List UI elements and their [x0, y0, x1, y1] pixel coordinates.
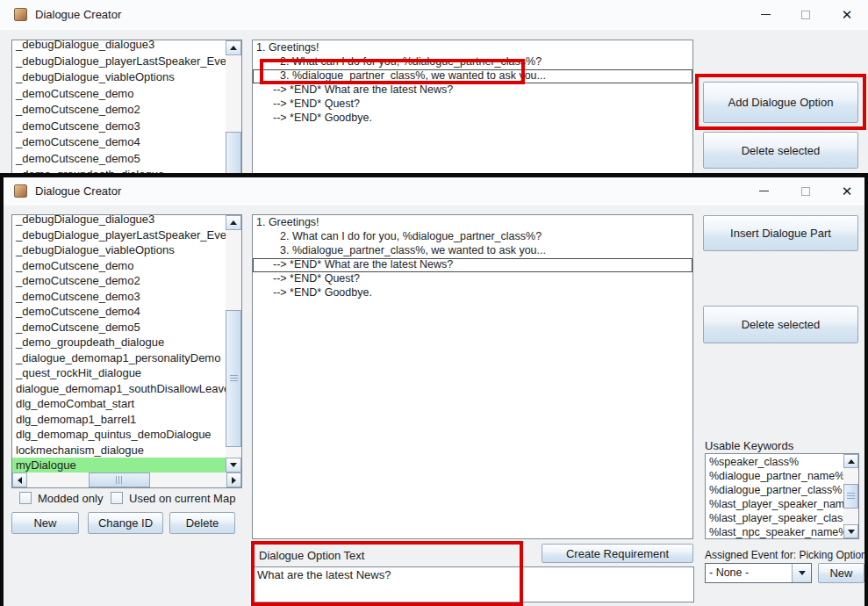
delete-selected-button[interactable]: Delete selected: [703, 132, 858, 169]
dialogue-tree-item[interactable]: 3. %dialogue_partner_class%, we wanted t…: [253, 244, 692, 258]
scrollbar-thumb[interactable]: [226, 310, 241, 447]
scroll-down-button[interactable]: [226, 458, 241, 473]
arrow-up-icon: [230, 46, 237, 50]
dialogue-id-item[interactable]: _dialogue_demomap1_personalityDemo: [12, 350, 226, 366]
vertical-scrollbar[interactable]: [226, 40, 241, 173]
close-icon: ✕: [842, 8, 853, 21]
window-title: Dialogue Creator: [35, 0, 121, 29]
dialogue-id-item[interactable]: _demoCutscene_demo5: [12, 320, 226, 335]
delete-selected-button[interactable]: Delete selected: [703, 306, 858, 343]
scrollbar-thumb[interactable]: [226, 132, 241, 173]
dialogue-creator-window-back: Dialogue Creator ✕ _debugDialogue_dialog…: [0, 0, 868, 173]
dialogue-id-item[interactable]: _debugDialogue_dialogue3: [12, 214, 226, 227]
dialogue-tree-item[interactable]: --> *END* What are the latest News?: [253, 83, 692, 97]
dialogue-id-item[interactable]: _debugDialogue_playerLastSpeaker_EventBi…: [12, 54, 226, 70]
dialogue-id-item[interactable]: _demoCutscene_demo2: [12, 273, 226, 289]
dialogue-tree-item[interactable]: --> *END* Quest?: [253, 272, 692, 286]
scroll-up-button[interactable]: [843, 454, 858, 468]
dialogue-id-item[interactable]: _quest_rockHit_dialogue: [12, 365, 226, 381]
keyword-item[interactable]: %speaker_class%: [706, 455, 843, 469]
assigned-event-label: Assigned Event for: Picking Option: [705, 549, 867, 561]
dialogue-id-item[interactable]: _debugDialogue_viableOptions: [12, 242, 226, 258]
dialogue-creator-window-front: Dialogue Creator ✕ _debugDialogue_dialog…: [0, 173, 868, 606]
change-id-button[interactable]: Change ID: [88, 512, 163, 534]
maximize-icon: [801, 187, 810, 196]
thumb-grip: [116, 476, 123, 484]
titlebar[interactable]: Dialogue Creator ✕: [4, 177, 864, 206]
combobox-dropdown-button[interactable]: [792, 564, 811, 582]
assigned-event-combobox[interactable]: - None -: [705, 563, 812, 583]
dialogue-tree-item[interactable]: --> *END* Quest?: [253, 97, 692, 112]
close-button[interactable]: ✕: [829, 0, 865, 29]
used-on-current-map-checkbox[interactable]: [111, 492, 123, 504]
dialogue-option-text-input[interactable]: What are the latest News?: [254, 566, 694, 602]
dialogue-tree-item[interactable]: 2. What can I do for you, %dialogue_part…: [253, 230, 692, 244]
vertical-scrollbar[interactable]: [226, 215, 241, 473]
dialogue-id-item[interactable]: _demoCutscene_demo5: [12, 151, 226, 168]
arrow-up-icon: [848, 459, 855, 464]
app-icon: [14, 8, 27, 21]
modded-only-checkbox[interactable]: [19, 492, 32, 504]
scroll-up-button[interactable]: [226, 215, 241, 230]
used-on-current-map-label: Used on current Map: [129, 492, 235, 505]
titlebar[interactable]: Dialogue Creator ✕: [0, 0, 868, 30]
usable-keywords-list: %speaker_class%%dialogue_partner_name%%d…: [705, 453, 859, 539]
arrow-up-icon: [230, 220, 237, 225]
dialogue-id-item[interactable]: _demo_groupdeath_dialogue: [12, 335, 226, 350]
scroll-left-button[interactable]: [12, 473, 27, 487]
dialogue-id-item[interactable]: _demoCutscene_demo4: [12, 304, 226, 320]
dialogue-id-item[interactable]: _demo_groupdeath_dialogue: [12, 167, 226, 173]
dialogue-tree-item[interactable]: 2. What can I do for you, %dialogue_part…: [253, 55, 692, 69]
dialogue-tree: 1. Greetings!2. What can I do for you, %…: [252, 214, 693, 539]
dialogue-id-item[interactable]: _demoCutscene_demo3: [12, 289, 226, 305]
usable-keywords-label: Usable Keywords: [705, 439, 793, 452]
scroll-up-button[interactable]: [226, 40, 241, 55]
dialogue-tree-item[interactable]: --> *END* Goodbye.: [253, 286, 692, 300]
delete-dialogue-button[interactable]: Delete: [169, 512, 235, 534]
vertical-scrollbar[interactable]: [843, 454, 858, 538]
dialogue-id-item[interactable]: dlg_demomap1_barrel1: [12, 412, 226, 428]
dialogue-id-item[interactable]: _demoCutscene_demo: [12, 258, 226, 274]
new-dialogue-button[interactable]: New: [11, 512, 79, 534]
dialogue-tree-item[interactable]: 1. Greetings!: [253, 41, 692, 55]
dialogue-tree-item[interactable]: 3. %dialogue_partner_class%, we wanted t…: [253, 69, 692, 83]
dialogue-tree-item[interactable]: 1. Greetings!: [253, 216, 692, 230]
maximize-button[interactable]: [787, 177, 824, 205]
dialogue-id-item[interactable]: _demoCutscene_demo: [12, 86, 226, 103]
new-event-button[interactable]: New: [818, 563, 864, 583]
add-dialogue-option-button[interactable]: Add Dialogue Option: [703, 82, 858, 123]
keyword-item[interactable]: %last_player_speaker_class%: [706, 511, 843, 525]
dialogue-id-item[interactable]: dialogue_demomap1_southDisallowLeave: [12, 381, 226, 397]
minimize-button[interactable]: [747, 0, 784, 29]
insert-dialogue-part-button[interactable]: Insert Dialogue Part: [703, 215, 858, 251]
arrow-down-icon: [848, 530, 855, 534]
scrollbar-thumb[interactable]: [89, 473, 150, 487]
dialogue-option-text-label: Dialogue Option Text: [259, 549, 364, 562]
keyword-item[interactable]: %last_npc_speaker_name%: [706, 525, 843, 539]
keyword-item[interactable]: %dialogue_partner_class%: [706, 483, 843, 497]
dialogue-id-item[interactable]: _debugDialogue_playerLastSpeaker_EventBi…: [12, 227, 226, 243]
minimize-button[interactable]: [745, 177, 782, 205]
dialogue-id-item[interactable]: lockmechanism_dialogue: [12, 443, 226, 458]
maximize-button[interactable]: [787, 0, 824, 29]
dialogue-tree-item[interactable]: --> *END* Goodbye.: [253, 112, 692, 126]
keyword-item[interactable]: %dialogue_partner_name%: [706, 469, 843, 483]
close-button[interactable]: ✕: [829, 177, 865, 205]
dialogue-tree-item[interactable]: --> *END* What are the latest News?: [253, 258, 692, 272]
scroll-down-button[interactable]: [843, 524, 858, 538]
dialogue-id-item[interactable]: _demoCutscene_demo2: [12, 102, 226, 119]
dialogue-id-item[interactable]: _debugDialogue_viableOptions: [12, 69, 226, 86]
keyword-item[interactable]: %last_player_speaker_name%: [706, 497, 843, 511]
dialogue-id-item[interactable]: _demoCutscene_demo3: [12, 119, 226, 135]
dialogue-id-item[interactable]: _debugDialogue_dialogue3: [12, 40, 226, 54]
dialogue-id-item[interactable]: myDialogue: [12, 458, 226, 473]
scrollbar-thumb[interactable]: [843, 484, 858, 509]
scroll-right-button[interactable]: [226, 473, 241, 487]
arrow-left-icon: [18, 477, 22, 484]
create-requirement-button[interactable]: Create Requirement: [542, 544, 693, 563]
dialogue-id-item[interactable]: dlg_demomap_quintus_demoDialogue: [12, 427, 226, 443]
window-title: Dialogue Creator: [35, 177, 121, 205]
dialogue-id-item[interactable]: _demoCutscene_demo4: [12, 134, 226, 151]
horizontal-scrollbar[interactable]: [12, 473, 241, 487]
dialogue-id-item[interactable]: dlg_demoCombat_start: [12, 396, 226, 412]
